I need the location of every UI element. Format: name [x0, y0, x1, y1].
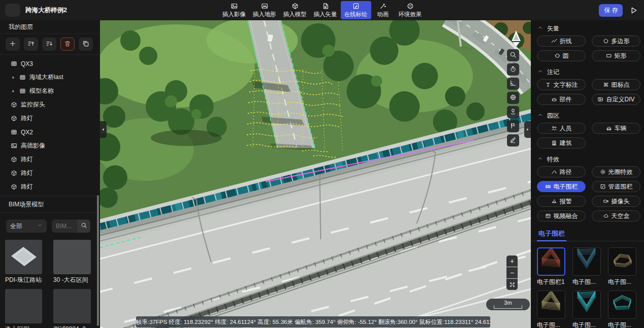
section-header[interactable]: 注记	[531, 66, 644, 78]
topbar-tool-model[interactable]: 插入模型	[280, 0, 310, 20]
tool-halo[interactable]: 光圈特效	[592, 166, 640, 177]
fence-gallery-item[interactable]: 电子围...	[608, 247, 637, 286]
layer-item[interactable]: 路灯	[0, 180, 100, 194]
back-button[interactable]	[5, 4, 20, 17]
topbar-tool-draw[interactable]: 在线标绘	[341, 1, 371, 19]
pipefence-icon	[600, 184, 606, 190]
fence-gallery-item[interactable]: 电子围...	[572, 247, 602, 286]
layer-item[interactable]: 路灯	[0, 153, 100, 166]
fence-gallery-item[interactable]: 电子围...	[608, 290, 637, 328]
tool-text[interactable]: 文字标注	[537, 79, 586, 90]
preview-play-button[interactable]	[629, 6, 638, 15]
tool-camera[interactable]: 摄像头	[592, 196, 640, 207]
bim-model-thumbnail[interactable]	[53, 289, 91, 323]
efence-icon	[545, 184, 551, 190]
delete-layer-button[interactable]	[60, 38, 75, 51]
bim-search-input[interactable]	[52, 220, 77, 233]
zoom-in-button[interactable]: +	[506, 256, 518, 267]
bim-model-card[interactable]: PDI-珠江路站(0...	[5, 240, 42, 284]
topbar-tool-image[interactable]: 插入影像	[219, 0, 249, 20]
fence-gallery-item[interactable]: 电子围栏1	[537, 247, 566, 286]
fullscreen-icon[interactable]	[506, 279, 518, 290]
topbar-tool-environment[interactable]: 环境效果	[395, 0, 425, 20]
section-header[interactable]: 园区	[531, 110, 644, 122]
path-icon	[551, 169, 557, 175]
fence-thumbnail[interactable]	[537, 247, 565, 276]
tool-person[interactable]: 人员	[537, 123, 586, 134]
fence-thumbnail[interactable]	[572, 247, 601, 276]
layer-item[interactable]: QX2	[0, 125, 100, 139]
tool-part[interactable]: 部件	[537, 94, 586, 105]
fence-thumbnail[interactable]	[608, 247, 636, 276]
fence-gallery-item[interactable]: 电子围...	[537, 290, 566, 328]
bim-model-label: 30 -大石区间	[53, 276, 91, 284]
tool-rect[interactable]: 矩形	[592, 50, 640, 61]
bim-model-card[interactable]: 测试0824_2	[53, 289, 91, 328]
section-header[interactable]: 特效	[531, 153, 644, 165]
section-header[interactable]: 矢量	[531, 22, 644, 34]
left-panel-scrollbar[interactable]	[97, 195, 99, 326]
topbar-tool-label: 插入地形	[253, 11, 276, 18]
layer-item[interactable]: 监控探头	[0, 98, 100, 112]
sketch-tool-button[interactable]	[507, 134, 519, 147]
tool-polygon[interactable]: 多边形	[592, 35, 640, 47]
tool-efence[interactable]: 电子围栏	[537, 181, 586, 192]
layer-item[interactable]: 模型名称	[0, 84, 100, 98]
bim-model-thumbnail[interactable]	[53, 240, 91, 274]
bim-search-button[interactable]	[77, 220, 90, 233]
layer-item[interactable]: 路灯	[0, 166, 100, 180]
tool-path[interactable]: 路径	[537, 166, 586, 177]
search-tool-button[interactable]	[507, 49, 519, 61]
topbar-tool-label: 动画	[377, 11, 389, 18]
tool-skybox[interactable]: 天空盒	[592, 210, 640, 222]
topbar-tool-animation[interactable]: 动画	[371, 0, 395, 20]
collapse-right-panel-handle[interactable]	[524, 121, 531, 138]
globe-tool-button[interactable]	[507, 92, 519, 104]
tool-customdiv[interactable]: 自定义DIV	[592, 94, 640, 105]
angle-icon	[510, 80, 517, 88]
layer-item[interactable]: QX3	[0, 57, 100, 70]
topbar-tool-vector[interactable]: 插入矢量	[310, 0, 341, 20]
map-viewport[interactable]: + − 3m 帧率:37FPS 经度: 118.23292° 纬度: 24.61…	[100, 20, 531, 328]
tool-polyline[interactable]: 折线	[537, 35, 586, 47]
fence-thumbnail[interactable]	[572, 290, 601, 319]
fence-thumbnail[interactable]	[537, 290, 565, 319]
bim-model-thumbnail[interactable]	[5, 289, 42, 323]
model-icon	[11, 184, 17, 190]
bim-model-thumbnail[interactable]	[5, 240, 42, 274]
add-layer-button[interactable]	[6, 38, 20, 51]
angle-measure-button[interactable]	[507, 78, 519, 90]
sort-down-button[interactable]	[42, 38, 56, 51]
map-tool-column	[507, 49, 519, 147]
tab-electronic-fence[interactable]: 电子围栏	[537, 228, 566, 241]
tool-circle[interactable]: 圆	[537, 50, 586, 61]
tool-vehicle[interactable]: 车辆	[592, 123, 640, 134]
timer-tool-button[interactable]	[507, 63, 519, 76]
tool-video[interactable]: 视频融合	[537, 210, 586, 222]
fence-thumbnail[interactable]	[608, 290, 636, 319]
collapse-left-panel-handle[interactable]	[100, 121, 107, 138]
tool-iconpoint[interactable]: 图标点	[592, 79, 640, 90]
tool-pipefence[interactable]: 管道围栏	[592, 181, 640, 192]
flag-tool-button[interactable]	[507, 120, 519, 132]
topbar-tool-terrain[interactable]: 插入地形	[249, 0, 280, 20]
layer-item[interactable]: 海域大桥last	[0, 70, 100, 84]
save-button[interactable]: 保存	[599, 4, 623, 17]
section-注记: 注记文字标注图标点部件自定义DIV	[531, 66, 644, 110]
top-bar: 跨海大桥样例2 插入影像插入地形插入模型插入矢量在线标绘动画环境效果 保存	[0, 0, 644, 20]
tool-building[interactable]: 建筑	[537, 137, 586, 149]
camera-icon	[603, 198, 609, 204]
bim-model-card[interactable]: 逸上区间	[5, 289, 42, 328]
sort-up-button[interactable]	[24, 38, 38, 51]
pin-tool-button[interactable]	[507, 106, 519, 118]
fence-gallery-item[interactable]: 电子围...	[572, 290, 602, 328]
zoom-out-button[interactable]: −	[506, 267, 518, 278]
tool-alarm[interactable]: 报警	[537, 196, 586, 207]
layer-item[interactable]: 路灯	[0, 112, 100, 125]
layer-item[interactable]: 高德影像	[0, 139, 100, 153]
model-icon	[11, 156, 17, 163]
tool-label: 部件	[560, 95, 572, 104]
bim-model-card[interactable]: 30 -大石区间	[53, 240, 91, 284]
duplicate-layer-button[interactable]	[79, 38, 93, 51]
bim-filter-select[interactable]: 全部	[6, 220, 47, 233]
